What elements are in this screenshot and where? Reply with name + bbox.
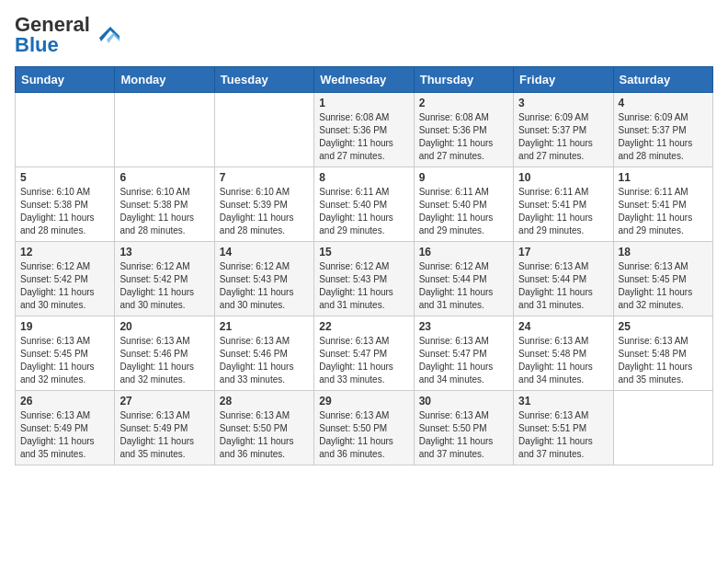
day-number: 4 xyxy=(619,97,708,109)
svg-marker-1 xyxy=(107,32,119,43)
day-number: 22 xyxy=(319,320,408,333)
day-number: 8 xyxy=(319,171,408,184)
day-detail: Sunrise: 6:11 AMSunset: 5:41 PMDaylight:… xyxy=(619,186,708,237)
day-number: 23 xyxy=(419,320,508,333)
day-number: 24 xyxy=(518,320,608,333)
day-number: 12 xyxy=(20,246,109,259)
day-detail: Sunrise: 6:12 AMSunset: 5:42 PMDaylight:… xyxy=(119,260,209,312)
day-detail: Sunrise: 6:12 AMSunset: 5:42 PMDaylight:… xyxy=(20,260,109,312)
calendar-cell xyxy=(115,93,214,167)
day-of-week-header: Sunday xyxy=(16,67,115,93)
day-number: 27 xyxy=(119,395,209,408)
day-of-week-header: Thursday xyxy=(414,67,513,93)
day-number: 14 xyxy=(220,246,309,259)
day-number: 18 xyxy=(619,246,708,259)
day-number: 26 xyxy=(20,395,109,408)
calendar-cell: 11Sunrise: 6:11 AMSunset: 5:41 PMDayligh… xyxy=(613,167,712,242)
day-detail: Sunrise: 6:13 AMSunset: 5:46 PMDaylight:… xyxy=(119,335,209,386)
logo-icon xyxy=(94,19,121,51)
day-number: 28 xyxy=(220,395,309,408)
calendar-cell: 8Sunrise: 6:11 AMSunset: 5:40 PMDaylight… xyxy=(314,167,414,242)
calendar-week-row: 26Sunrise: 6:13 AMSunset: 5:49 PMDayligh… xyxy=(16,391,713,465)
calendar-cell xyxy=(214,93,313,167)
day-number: 10 xyxy=(518,171,608,184)
day-of-week-header: Saturday xyxy=(613,67,712,93)
page-header: General Blue xyxy=(15,15,713,55)
calendar-cell: 7Sunrise: 6:10 AMSunset: 5:39 PMDaylight… xyxy=(214,167,313,242)
calendar-cell: 29Sunrise: 6:13 AMSunset: 5:50 PMDayligh… xyxy=(314,391,414,465)
calendar-cell: 28Sunrise: 6:13 AMSunset: 5:50 PMDayligh… xyxy=(214,391,313,465)
day-number: 25 xyxy=(619,320,708,333)
calendar-cell: 31Sunrise: 6:13 AMSunset: 5:51 PMDayligh… xyxy=(514,391,613,465)
calendar-cell: 4Sunrise: 6:09 AMSunset: 5:37 PMDaylight… xyxy=(613,93,712,167)
calendar-cell: 15Sunrise: 6:12 AMSunset: 5:43 PMDayligh… xyxy=(314,242,414,316)
calendar-cell: 5Sunrise: 6:10 AMSunset: 5:38 PMDaylight… xyxy=(16,167,115,242)
calendar-cell: 17Sunrise: 6:13 AMSunset: 5:44 PMDayligh… xyxy=(514,242,613,316)
day-detail: Sunrise: 6:12 AMSunset: 5:43 PMDaylight:… xyxy=(319,260,408,312)
calendar-week-row: 1Sunrise: 6:08 AMSunset: 5:36 PMDaylight… xyxy=(16,93,713,167)
day-detail: Sunrise: 6:13 AMSunset: 5:48 PMDaylight:… xyxy=(518,335,608,386)
day-number: 5 xyxy=(20,171,109,184)
day-detail: Sunrise: 6:08 AMSunset: 5:36 PMDaylight:… xyxy=(319,111,408,163)
calendar-week-row: 12Sunrise: 6:12 AMSunset: 5:42 PMDayligh… xyxy=(16,242,713,316)
day-number: 13 xyxy=(119,246,209,259)
day-number: 20 xyxy=(119,320,209,333)
calendar-cell: 16Sunrise: 6:12 AMSunset: 5:44 PMDayligh… xyxy=(414,242,513,316)
day-number: 16 xyxy=(419,246,508,259)
day-number: 21 xyxy=(220,320,309,333)
calendar-cell: 21Sunrise: 6:13 AMSunset: 5:46 PMDayligh… xyxy=(214,316,313,391)
calendar-cell: 3Sunrise: 6:09 AMSunset: 5:37 PMDaylight… xyxy=(514,93,613,167)
calendar-cell: 30Sunrise: 6:13 AMSunset: 5:50 PMDayligh… xyxy=(414,391,513,465)
day-detail: Sunrise: 6:12 AMSunset: 5:44 PMDaylight:… xyxy=(419,260,508,312)
day-number: 7 xyxy=(220,171,309,184)
day-detail: Sunrise: 6:13 AMSunset: 5:50 PMDaylight:… xyxy=(220,409,309,461)
day-detail: Sunrise: 6:13 AMSunset: 5:50 PMDaylight:… xyxy=(319,409,408,461)
day-number: 15 xyxy=(319,246,408,259)
logo-text: General Blue xyxy=(15,15,90,55)
day-number: 1 xyxy=(319,97,408,109)
day-detail: Sunrise: 6:09 AMSunset: 5:37 PMDaylight:… xyxy=(518,111,608,163)
calendar-cell: 27Sunrise: 6:13 AMSunset: 5:49 PMDayligh… xyxy=(115,391,214,465)
day-number: 6 xyxy=(119,171,209,184)
day-number: 29 xyxy=(319,395,408,408)
calendar-cell: 24Sunrise: 6:13 AMSunset: 5:48 PMDayligh… xyxy=(514,316,613,391)
day-detail: Sunrise: 6:10 AMSunset: 5:38 PMDaylight:… xyxy=(20,186,109,237)
calendar-cell: 23Sunrise: 6:13 AMSunset: 5:47 PMDayligh… xyxy=(414,316,513,391)
calendar-cell: 19Sunrise: 6:13 AMSunset: 5:45 PMDayligh… xyxy=(16,316,115,391)
day-of-week-header: Friday xyxy=(514,67,613,93)
calendar-cell: 20Sunrise: 6:13 AMSunset: 5:46 PMDayligh… xyxy=(115,316,214,391)
calendar-header-row: SundayMondayTuesdayWednesdayThursdayFrid… xyxy=(16,67,713,93)
day-detail: Sunrise: 6:13 AMSunset: 5:51 PMDaylight:… xyxy=(518,409,608,461)
day-detail: Sunrise: 6:13 AMSunset: 5:47 PMDaylight:… xyxy=(419,335,508,386)
day-number: 19 xyxy=(20,320,109,333)
calendar-cell: 12Sunrise: 6:12 AMSunset: 5:42 PMDayligh… xyxy=(16,242,115,316)
day-detail: Sunrise: 6:13 AMSunset: 5:48 PMDaylight:… xyxy=(619,335,708,386)
day-detail: Sunrise: 6:11 AMSunset: 5:40 PMDaylight:… xyxy=(319,186,408,237)
day-of-week-header: Wednesday xyxy=(314,67,414,93)
calendar-week-row: 19Sunrise: 6:13 AMSunset: 5:45 PMDayligh… xyxy=(16,316,713,391)
day-detail: Sunrise: 6:10 AMSunset: 5:39 PMDaylight:… xyxy=(220,186,309,237)
calendar-week-row: 5Sunrise: 6:10 AMSunset: 5:38 PMDaylight… xyxy=(16,167,713,242)
day-detail: Sunrise: 6:13 AMSunset: 5:47 PMDaylight:… xyxy=(319,335,408,386)
calendar-cell: 18Sunrise: 6:13 AMSunset: 5:45 PMDayligh… xyxy=(613,242,712,316)
calendar-cell: 25Sunrise: 6:13 AMSunset: 5:48 PMDayligh… xyxy=(613,316,712,391)
calendar-cell: 13Sunrise: 6:12 AMSunset: 5:42 PMDayligh… xyxy=(115,242,214,316)
day-number: 31 xyxy=(518,395,608,408)
day-of-week-header: Tuesday xyxy=(214,67,313,93)
day-detail: Sunrise: 6:12 AMSunset: 5:43 PMDaylight:… xyxy=(220,260,309,312)
calendar-cell: 14Sunrise: 6:12 AMSunset: 5:43 PMDayligh… xyxy=(214,242,313,316)
day-detail: Sunrise: 6:11 AMSunset: 5:41 PMDaylight:… xyxy=(518,186,608,237)
day-number: 11 xyxy=(619,171,708,184)
calendar-cell: 10Sunrise: 6:11 AMSunset: 5:41 PMDayligh… xyxy=(514,167,613,242)
day-detail: Sunrise: 6:08 AMSunset: 5:36 PMDaylight:… xyxy=(419,111,508,163)
calendar-cell: 6Sunrise: 6:10 AMSunset: 5:38 PMDaylight… xyxy=(115,167,214,242)
day-detail: Sunrise: 6:13 AMSunset: 5:45 PMDaylight:… xyxy=(619,260,708,312)
calendar-cell: 26Sunrise: 6:13 AMSunset: 5:49 PMDayligh… xyxy=(16,391,115,465)
day-number: 2 xyxy=(419,97,508,109)
day-number: 9 xyxy=(419,171,508,184)
calendar-cell: 9Sunrise: 6:11 AMSunset: 5:40 PMDaylight… xyxy=(414,167,513,242)
day-detail: Sunrise: 6:10 AMSunset: 5:38 PMDaylight:… xyxy=(119,186,209,237)
calendar-cell xyxy=(613,391,712,465)
calendar-table: SundayMondayTuesdayWednesdayThursdayFrid… xyxy=(15,66,713,465)
day-detail: Sunrise: 6:13 AMSunset: 5:46 PMDaylight:… xyxy=(220,335,309,386)
